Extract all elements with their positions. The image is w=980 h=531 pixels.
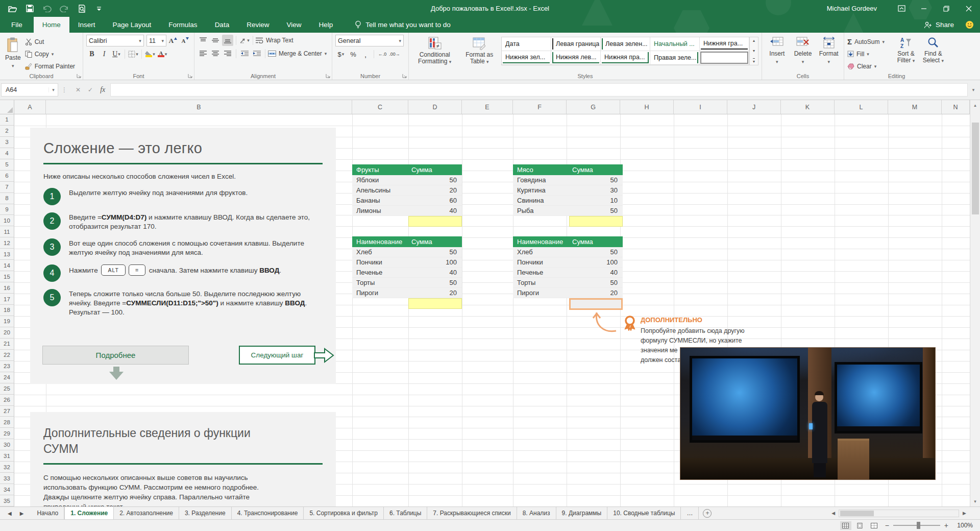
sort-filter-button[interactable]: AZ Sort &Filter ▾ xyxy=(893,35,918,71)
sheet-tab-10-сводные-таблицы[interactable]: 10. Сводные таблицы xyxy=(607,507,681,519)
formula-target-cell-yellow[interactable] xyxy=(408,298,462,309)
redo-icon[interactable] xyxy=(59,4,69,14)
comma-button[interactable]: , xyxy=(360,49,371,60)
conditional-formatting-button[interactable]: ≠ ConditionalFormatting ▾ xyxy=(412,35,457,71)
tab-insert[interactable]: Insert xyxy=(69,17,104,33)
vertical-scroll-thumb[interactable] xyxy=(972,123,979,214)
row-header-15[interactable]: 15 xyxy=(0,271,14,282)
insert-function-icon[interactable]: fx xyxy=(100,86,105,94)
print-preview-icon[interactable] xyxy=(77,4,87,14)
table-header-cell[interactable]: Сумма xyxy=(569,236,623,247)
table-cell[interactable]: Говядина xyxy=(513,175,569,185)
row-header-4[interactable]: 4 xyxy=(0,148,14,159)
style-gallery-item[interactable]: Начальный ... xyxy=(650,37,700,51)
hscroll-right-icon[interactable]: ▶ xyxy=(960,511,969,516)
enter-icon[interactable]: ✓ xyxy=(88,86,93,93)
zoom-slider-thumb[interactable] xyxy=(917,522,920,529)
sheet-nav-left-icon[interactable]: ◀ xyxy=(4,511,15,516)
expand-formula-bar-icon[interactable]: ▾ xyxy=(968,87,979,92)
table-cell[interactable]: 40 xyxy=(569,268,623,278)
table-cell[interactable]: 20 xyxy=(569,288,623,298)
style-gallery-item[interactable]: Нижняя лев... xyxy=(551,51,601,65)
paste-button[interactable]: Paste ▾ xyxy=(3,35,23,71)
copy-button[interactable]: Copy▾ xyxy=(25,49,75,59)
table-cell[interactable]: Рыба xyxy=(513,206,569,216)
name-box-dropdown-icon[interactable]: ▾ xyxy=(48,87,58,92)
style-gallery-item[interactable] xyxy=(700,51,749,65)
save-icon[interactable] xyxy=(24,4,35,14)
tab-formulas[interactable]: Formulas xyxy=(160,17,206,33)
table-cell[interactable]: 50 xyxy=(408,278,462,288)
font-name-combo[interactable]: Calibri▾ xyxy=(86,35,144,46)
row-header-7[interactable]: 7 xyxy=(0,182,14,193)
font-color-button[interactable]: A▾ xyxy=(157,49,168,60)
table-header-cell[interactable]: Фрукты xyxy=(352,164,408,175)
tell-me-box[interactable]: Tell me what you want to do xyxy=(355,17,451,33)
sheet-tab-9-диаграммы[interactable]: 9. Диаграммы xyxy=(556,507,608,519)
style-gallery-item[interactable]: Нижняя гра... xyxy=(700,37,749,51)
horizontal-scrollbar[interactable] xyxy=(839,510,959,517)
tab-file[interactable]: File xyxy=(0,17,34,33)
fill-button[interactable]: Fill▾ xyxy=(847,49,891,59)
style-gallery-item[interactable]: Левая зелен... xyxy=(601,37,650,51)
row-header-16[interactable]: 16 xyxy=(0,282,14,294)
formula-target-cell-yellow[interactable] xyxy=(569,216,623,227)
row-header-8[interactable]: 8 xyxy=(0,193,14,204)
row-header-32[interactable]: 32 xyxy=(0,462,14,473)
share-button[interactable]: Share xyxy=(924,21,954,29)
sheet-tab-8-анализ[interactable]: 8. Анализ xyxy=(517,507,556,519)
table-cell[interactable]: 10 xyxy=(569,196,623,206)
column-header-D[interactable]: D xyxy=(408,100,462,114)
column-header-N[interactable]: N xyxy=(942,100,970,114)
table-cell[interactable]: 50 xyxy=(408,247,462,257)
sheet-tab-начало[interactable]: Начало xyxy=(31,507,64,519)
table-cell[interactable]: Свинина xyxy=(513,196,569,206)
row-header-10[interactable]: 10 xyxy=(0,215,14,226)
align-center-icon[interactable] xyxy=(210,48,221,59)
restore-icon[interactable] xyxy=(935,0,958,17)
fill-color-button[interactable]: ▾ xyxy=(144,49,156,60)
column-header-M[interactable]: M xyxy=(888,100,942,114)
table-cell[interactable]: 40 xyxy=(408,268,462,278)
row-header-1[interactable]: 1 xyxy=(0,114,14,126)
hscroll-left-icon[interactable]: ◀ xyxy=(829,511,838,516)
table-cell[interactable]: Печенье xyxy=(513,268,569,278)
table-header-cell[interactable]: Мясо xyxy=(513,164,569,175)
row-header-18[interactable]: 18 xyxy=(0,305,14,316)
table-cell[interactable]: Бананы xyxy=(352,196,408,206)
row-header-34[interactable]: 34 xyxy=(0,484,14,495)
sheet-tab-2-автозаполнение[interactable]: 2. Автозаполнение xyxy=(114,507,179,519)
row-header-11[interactable]: 11 xyxy=(0,226,14,237)
minimize-icon[interactable] xyxy=(913,0,935,17)
row-header-3[interactable]: 3 xyxy=(0,137,14,148)
table-header-cell[interactable]: Сумма xyxy=(408,236,462,247)
align-top-icon[interactable] xyxy=(198,35,209,46)
row-header-19[interactable]: 19 xyxy=(0,316,14,327)
column-header-J[interactable]: J xyxy=(727,100,781,114)
wrap-text-button[interactable]: Wrap Text xyxy=(256,35,293,46)
table-cell[interactable]: Яблоки xyxy=(352,175,408,185)
align-right-icon[interactable] xyxy=(222,48,233,59)
sheet-tab-1-сложение[interactable]: 1. Сложение xyxy=(64,507,114,519)
sheet-tab-7-раскрывающиеся-списки[interactable]: 7. Раскрывающиеся списки xyxy=(427,507,517,519)
row-header-13[interactable]: 13 xyxy=(0,249,14,260)
increase-decimal-icon[interactable]: ←.0 xyxy=(377,49,388,60)
sheet-tab-5-сортировка-и-фильтр[interactable]: 5. Сортировка и фильтр xyxy=(304,507,384,519)
formula-input[interactable] xyxy=(110,83,968,96)
row-header-35[interactable]: 35 xyxy=(0,495,14,506)
row-header-23[interactable]: 23 xyxy=(0,361,14,372)
table-cell[interactable]: Курятина xyxy=(513,185,569,196)
sheet-tab-overflow[interactable]: … xyxy=(681,507,699,519)
sheet-nav-right-icon[interactable]: ▶ xyxy=(16,511,28,516)
table-cell[interactable]: 20 xyxy=(408,185,462,196)
align-middle-icon[interactable] xyxy=(210,35,221,46)
new-sheet-button[interactable]: + xyxy=(703,509,712,518)
format-painter-button[interactable]: Format Painter xyxy=(25,61,75,71)
format-cells-button[interactable]: Format▾ xyxy=(817,35,841,71)
undo-icon[interactable] xyxy=(42,4,52,14)
worksheet[interactable]: Сложение — это легко Ниже описаны нескол… xyxy=(14,114,970,506)
row-header-27[interactable]: 27 xyxy=(0,406,14,417)
borders-button[interactable]: ▾ xyxy=(128,49,139,60)
row-header-31[interactable]: 31 xyxy=(0,450,14,462)
zoom-slider[interactable] xyxy=(893,525,940,526)
